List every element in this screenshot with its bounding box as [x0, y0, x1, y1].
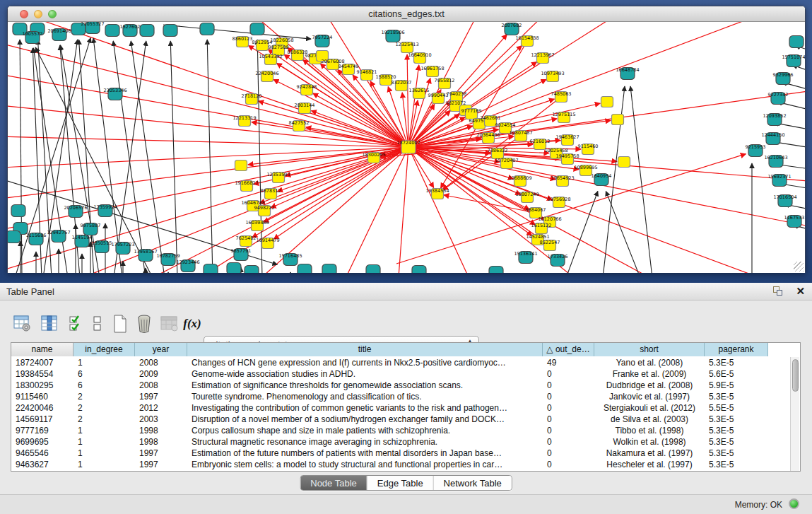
network-node-teal[interactable]	[11, 205, 25, 217]
network-node-yellow[interactable]	[618, 157, 630, 168]
network-node-teal[interactable]: 20691406	[47, 28, 71, 41]
new-column-icon[interactable]	[110, 313, 130, 334]
column-header-pagerank[interactable]: pagerank	[705, 343, 768, 356]
network-node-teal[interactable]	[227, 263, 241, 274]
network-node-yellow[interactable]	[601, 97, 613, 107]
network-canvas-container[interactable]: 1905572206914062105532715276027957224192…	[8, 22, 805, 273]
network-node-yellow[interactable]: 1362615	[409, 88, 430, 99]
network-view-window[interactable]: citations_edges.txt 19055722069140621055…	[7, 6, 806, 273]
table-row[interactable]: 1456911722003Disruption of a novel membe…	[11, 414, 768, 425]
tab-network-table[interactable]: Network Table	[434, 476, 512, 490]
delete-icon[interactable]	[134, 313, 154, 334]
import-table-icon[interactable]	[160, 313, 180, 334]
network-node-teal[interactable]: 12942757	[47, 230, 70, 243]
network-node-teal[interactable]	[140, 25, 154, 37]
network-node-yellow[interactable]: 19384554	[425, 188, 449, 199]
network-node-teal[interactable]: 12923446	[176, 259, 199, 272]
network-node-yellow[interactable]: 12325413	[395, 42, 418, 53]
network-node-teal[interactable]	[105, 25, 119, 37]
column-visibility-icon[interactable]	[40, 313, 59, 334]
table-row[interactable]: 969969511998Structural magnetic resonanc…	[11, 436, 768, 448]
column-header-title[interactable]: title	[187, 343, 543, 356]
network-node-yellow[interactable]	[612, 115, 624, 125]
network-node-yellow[interactable]: 8878312	[261, 188, 281, 199]
network-node-teal[interactable]	[200, 23, 214, 35]
table-row[interactable]: 911546021997Tourette syndrome. Phenomeno…	[11, 391, 768, 402]
table-row[interactable]: 1830029562008Estimation of significance …	[11, 380, 768, 391]
network-node-teal[interactable]: 17957223	[111, 242, 134, 255]
network-node-teal[interactable]: 1115686	[26, 233, 47, 245]
network-node-teal[interactable]: 16648784	[616, 67, 639, 80]
network-node-teal[interactable]: 17016504	[773, 194, 796, 207]
table-row[interactable]: 946554611997Estimation of the future num…	[11, 448, 768, 459]
network-node-yellow[interactable]: 12975115	[552, 112, 575, 123]
column-header-short[interactable]: short	[594, 343, 705, 356]
network-node-yellow[interactable]	[235, 160, 247, 171]
network-node-teal[interactable]	[8, 231, 20, 243]
table-scrollbar[interactable]	[790, 357, 799, 471]
network-node-teal[interactable]: 1905572	[23, 31, 43, 44]
table-row[interactable]: 1872400712008Changes of HCN gene express…	[11, 357, 768, 368]
node-table[interactable]: namein_degreeyeartitle△ out_de…shortpage…	[11, 342, 801, 472]
network-node-teal[interactable]: 7957224	[312, 35, 333, 47]
tab-node-table[interactable]: Node Table	[300, 476, 367, 490]
network-node-yellow[interactable]: 19463627	[555, 134, 579, 146]
column-header-name[interactable]: name	[11, 343, 73, 356]
table-row[interactable]: 1938455462009Genome-wide association stu…	[11, 368, 768, 380]
row-select-icon[interactable]	[66, 313, 86, 334]
network-node-teal[interactable]: 13958167	[134, 249, 157, 262]
network-node-teal[interactable]: 9975887	[81, 223, 101, 235]
network-node-teal[interactable]: 1733426	[548, 254, 568, 267]
table-row[interactable]: 946362711997Embryonic stem cells: a mode…	[11, 459, 768, 470]
network-node-yellow[interactable]: 19654923	[551, 175, 574, 187]
network-node-teal[interactable]: 9329966	[773, 72, 794, 85]
network-node-yellow[interactable]: 12353593	[266, 172, 290, 183]
column-header-in_degree[interactable]: in_degree	[73, 343, 135, 356]
close-panel-icon[interactable]: ✕	[796, 285, 805, 298]
network-node-yellow[interactable]: 12213967	[531, 52, 554, 64]
network-node-yellow[interactable]: 16961758	[420, 66, 444, 77]
network-node-yellow[interactable]: 16914479	[256, 238, 279, 249]
network-node-teal[interactable]	[163, 25, 177, 37]
network-node-teal[interactable]	[789, 36, 804, 48]
network-node-teal[interactable]: 19218506	[381, 30, 404, 42]
network-node-teal[interactable]	[489, 267, 503, 274]
network-node-yellow[interactable]: 7625402	[236, 235, 257, 247]
network-node-yellow[interactable]: 8427552	[289, 120, 310, 132]
network-node-teal[interactable]	[204, 264, 218, 274]
network-node-teal[interactable]: 9227342	[768, 92, 789, 105]
network-node-teal[interactable]: 15751074	[782, 54, 805, 67]
network-node-yellow[interactable]: 7485063	[551, 91, 572, 103]
network-node-yellow[interactable]: 16640910	[408, 52, 431, 64]
network-node-yellow[interactable]: 10543392	[259, 54, 282, 65]
network-node-yellow[interactable]: 9146821	[357, 69, 377, 81]
float-panel-icon[interactable]	[772, 286, 784, 297]
table-settings-icon[interactable]	[13, 313, 33, 334]
table-scrollbar-thumb[interactable]	[792, 359, 799, 392]
network-node-teal[interactable]	[298, 264, 312, 274]
rows-icon[interactable]	[88, 313, 107, 334]
function-builder-icon[interactable]: f(x)	[182, 313, 202, 334]
network-node-teal[interactable]: 9857791	[231, 248, 252, 261]
network-window-titlebar[interactable]: citations_edges.txt	[8, 6, 805, 22]
column-header-out_de[interactable]: △ out_de…	[543, 343, 594, 356]
window-resize-grip[interactable]	[794, 262, 804, 271]
network-node-teal[interactable]	[245, 266, 259, 274]
column-header-year[interactable]: year	[135, 343, 187, 356]
network-node-teal[interactable]: 1350515	[92, 240, 112, 253]
network-node-yellow[interactable]: 19166827	[235, 180, 258, 192]
network-node-teal[interactable]: 1145194	[72, 235, 93, 247]
network-node-yellow[interactable]: 1615122	[531, 223, 552, 234]
network-node-yellow[interactable]: 18807249	[515, 192, 539, 203]
network-node-yellow[interactable]: 12213319	[233, 115, 256, 127]
network-node-yellow[interactable]: 2803144	[295, 103, 315, 114]
network-node-teal[interactable]	[366, 265, 380, 274]
table-row[interactable]: 2242004622012Investigating the contribut…	[11, 402, 768, 414]
table-row[interactable]: 977716911998Corpus callosum shape and si…	[11, 425, 768, 436]
network-node-teal[interactable]: 2087682	[502, 23, 522, 35]
network-node-yellow[interactable]: 16039486	[245, 220, 269, 231]
network-node-yellow[interactable]: 8860123	[233, 36, 253, 47]
network-node-yellow[interactable]: 7955812	[435, 78, 455, 89]
network-node-teal[interactable]: 9215953	[746, 144, 766, 157]
network-node-teal[interactable]: 1527602	[120, 24, 141, 37]
